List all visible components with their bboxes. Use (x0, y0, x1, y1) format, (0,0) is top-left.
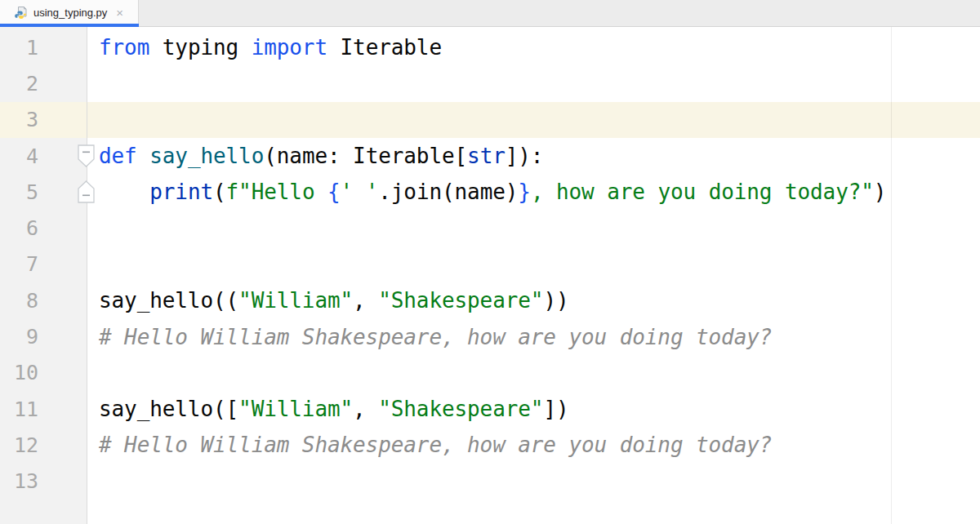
code-line[interactable]: 5 print(f"Hello {' '.join(name)}, how ar… (0, 174, 980, 210)
code-line-text: say_hello(("William", "Shakespeare")) (87, 282, 980, 318)
code-line[interactable]: 10 (0, 355, 980, 391)
tab-close-icon[interactable]: × (116, 7, 123, 19)
line-number[interactable]: 6 (0, 210, 87, 246)
code-line-text: say_hello(["William", "Shakespeare"]) (87, 391, 980, 427)
line-number[interactable]: 13 (0, 464, 87, 500)
code-line-text: # Hello William Shakespeare, how are you… (87, 427, 980, 463)
code-line-text (87, 102, 980, 138)
line-number[interactable]: 3 (0, 102, 87, 138)
line-number[interactable]: 12 (0, 427, 87, 463)
editor-tab-bar: using_typing.py × (0, 0, 980, 27)
python-file-icon (14, 6, 28, 20)
code-line-text: print(f"Hello {' '.join(name)}, how are … (87, 174, 980, 210)
gutter-separator (87, 27, 87, 524)
line-number[interactable]: 8 (0, 282, 87, 318)
code-line[interactable]: 12# Hello William Shakespeare, how are y… (0, 427, 980, 463)
line-number[interactable]: 9 (0, 318, 87, 354)
code-line[interactable]: 8say_hello(("William", "Shakespeare")) (0, 282, 980, 318)
code-line[interactable]: 1from typing import Iterable (0, 29, 980, 65)
code-line-text (87, 65, 980, 101)
right-margin-guide (891, 27, 892, 524)
line-number[interactable]: 2 (0, 65, 87, 101)
tab-title: using_typing.py (33, 7, 107, 19)
line-number[interactable]: 5 (0, 174, 87, 210)
line-number[interactable]: 1 (0, 29, 87, 65)
code-line-text: from typing import Iterable (87, 29, 980, 65)
code-line[interactable]: 3 (0, 102, 980, 138)
line-number[interactable]: 11 (0, 391, 87, 427)
code-line-text (87, 355, 980, 391)
line-number[interactable]: 4 (0, 138, 87, 174)
code-line-text: # Hello William Shakespeare, how are you… (87, 318, 980, 354)
code-line[interactable]: 9# Hello William Shakespeare, how are yo… (0, 318, 980, 354)
code-line-text (87, 246, 980, 282)
code-line-text (87, 210, 980, 246)
code-line[interactable]: 11say_hello(["William", "Shakespeare"]) (0, 391, 980, 427)
line-number[interactable]: 7 (0, 246, 87, 282)
code-line-text: def say_hello(name: Iterable[str]): (87, 138, 980, 174)
fold-collapse-end-icon[interactable] (78, 180, 95, 203)
editor-lines: 1from typing import Iterable234def say_h… (0, 29, 980, 500)
code-line[interactable]: 6 (0, 210, 980, 246)
fold-collapse-start-icon[interactable] (78, 144, 95, 167)
code-editor: 1from typing import Iterable234def say_h… (0, 27, 980, 524)
code-line-text (87, 464, 980, 500)
code-line[interactable]: 2 (0, 65, 980, 101)
code-line[interactable]: 13 (0, 464, 980, 500)
code-line[interactable]: 7 (0, 246, 980, 282)
code-line[interactable]: 4def say_hello(name: Iterable[str]): (0, 138, 980, 174)
line-number[interactable]: 10 (0, 355, 87, 391)
